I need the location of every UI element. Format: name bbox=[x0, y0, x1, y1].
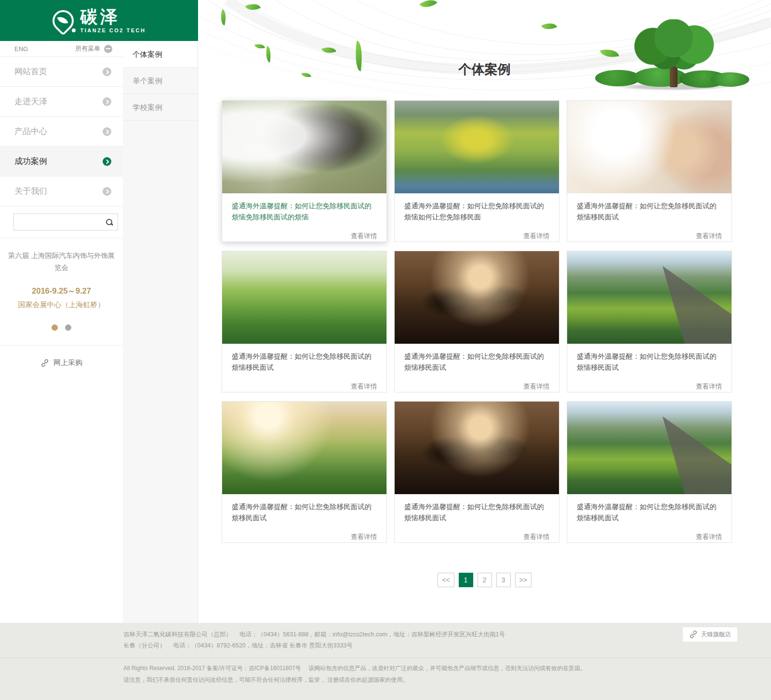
carousel-dot-1[interactable] bbox=[52, 324, 58, 331]
event-date: 2016-9.25～9.27 bbox=[7, 286, 116, 296]
case-card[interactable]: 盛通海外温馨提醒：如何让您免除移民面试的烦恼移民面试 查看详情 bbox=[567, 251, 732, 392]
chevron-right-icon bbox=[103, 97, 111, 106]
sidebar-item-products[interactable]: 产品中心 bbox=[0, 117, 123, 147]
chain-link-icon bbox=[689, 630, 698, 639]
search-input[interactable] bbox=[18, 218, 106, 226]
view-details-link[interactable]: 查看详情 bbox=[232, 382, 377, 391]
case-card-image[interactable] bbox=[567, 402, 731, 494]
case-card-title[interactable]: 盛通海外温馨提醒：如何让您免除移民面试的烦恼移民面试 bbox=[404, 501, 549, 524]
view-details-link[interactable]: 查看详情 bbox=[404, 232, 549, 241]
case-card-image[interactable] bbox=[222, 402, 386, 494]
tmall-store-label: 天猫旗舰店 bbox=[701, 631, 731, 639]
carousel-dot-2[interactable] bbox=[65, 324, 71, 331]
case-card-grid: 盛通海外温馨提醒：如何让您免除移民面试的烦恼免除移民面试的烦恼 查看详情 盛通海… bbox=[222, 100, 732, 543]
submenu: 个体案例 单个案例 学校案例 bbox=[123, 41, 198, 623]
online-purchase-label: 网上采购 bbox=[53, 358, 82, 367]
case-card[interactable]: 盛通海外温馨提醒：如何让您免除移民面试的烦恼移民面试 查看详情 bbox=[567, 100, 732, 242]
page-footer: 吉林天泽二氧化碳科技有限公司（总部） 电话：（0434）5631-888，邮箱：… bbox=[0, 623, 771, 700]
case-card-title[interactable]: 盛通海外温馨提醒：如何让您免除移民面试的烦移民面试 bbox=[232, 501, 377, 524]
pagination-next-button[interactable]: >> bbox=[515, 573, 532, 587]
view-details-link[interactable]: 查看详情 bbox=[232, 533, 377, 541]
tree-decoration bbox=[622, 19, 725, 92]
view-details-link[interactable]: 查看详情 bbox=[404, 533, 549, 541]
case-card[interactable]: 盛通海外温馨提醒：如何让您免除移民面试的烦恼移民面试 查看详情 bbox=[567, 401, 732, 543]
sidebar-item-home[interactable]: 网站首页 bbox=[0, 57, 123, 87]
sidebar: ENG 所有菜单 网站首页 走进天泽 产品中心 成功案例 关于我们 第六届 上海… bbox=[0, 41, 123, 380]
pagination: << 1 2 3 >> bbox=[198, 573, 771, 587]
view-details-link[interactable]: 查看详情 bbox=[577, 533, 722, 541]
page-banner: 个体案例 bbox=[198, 0, 771, 96]
collapse-menu-icon[interactable] bbox=[104, 45, 112, 53]
chevron-right-icon bbox=[103, 127, 111, 136]
sidebar-item-label: 走进天泽 bbox=[14, 96, 47, 107]
sidebar-item-about-us[interactable]: 关于我们 bbox=[0, 176, 123, 206]
case-card[interactable]: 盛通海外温馨提醒：如何让您免除移民面试的烦恼免除移民面试的烦恼 查看详情 bbox=[222, 100, 387, 242]
case-card-title[interactable]: 盛通海外温馨提醒：如何让您免除移民面试的烦恼免除移民面试的烦恼 bbox=[232, 201, 377, 223]
case-card[interactable]: 盛通海外温馨提醒：如何让您免除移民面试的烦移民面试 查看详情 bbox=[222, 401, 387, 543]
case-card-title[interactable]: 盛通海外温馨提醒：如何让您免除移民面试的烦恼移民面试 bbox=[577, 501, 722, 524]
chevron-right-icon bbox=[103, 157, 111, 166]
language-switch[interactable]: ENG bbox=[14, 45, 28, 53]
event-carousel: 第六届 上海国际汽车内饰与外饰展览会 2016-9.25～9.27 国家会展中心… bbox=[0, 238, 123, 346]
footer-company-hq: 吉林天泽二氧化碳科技有限公司（总部） 电话：（0434）5631-888，邮箱：… bbox=[123, 629, 607, 640]
chevron-right-icon bbox=[103, 67, 111, 76]
submenu-item-single-cases[interactable]: 单个案例 bbox=[123, 67, 198, 94]
case-card-image[interactable] bbox=[567, 101, 731, 193]
all-menu-label: 所有菜单 bbox=[75, 44, 100, 53]
sidebar-item-label: 网站首页 bbox=[14, 66, 47, 77]
case-card[interactable]: 盛通海外温馨提醒：如何让您免除移民面试的烦恼移民面试 查看详情 bbox=[394, 251, 559, 392]
case-card-image[interactable] bbox=[222, 251, 386, 344]
search-row bbox=[0, 206, 123, 238]
case-card-title[interactable]: 盛通海外温馨提醒：如何让您免除移民面试的烦恼移民面试 bbox=[577, 201, 722, 223]
carousel-dots bbox=[7, 324, 116, 333]
case-card-title[interactable]: 盛通海外温馨提醒：如何让您免除移民面试的烦恼如何让您免除移民面 bbox=[404, 201, 549, 223]
case-card[interactable]: 盛通海外温馨提醒：如何让您免除移民面试的烦恼如何让您免除移民面 查看详情 bbox=[394, 100, 559, 242]
chevron-right-icon bbox=[103, 187, 111, 196]
logo-dot-shape bbox=[72, 28, 76, 32]
footer-copyright: All Rights Reserved. 2016-2017 备案/许可证号：吉… bbox=[123, 663, 684, 674]
pagination-prev-button[interactable]: << bbox=[438, 573, 454, 587]
online-purchase-link[interactable]: 网上采购 bbox=[0, 346, 123, 380]
submenu-item-individual-cases[interactable]: 个体案例 bbox=[123, 41, 198, 67]
event-title: 第六届 上海国际汽车内饰与外饰展览会 bbox=[7, 250, 116, 274]
search-icon[interactable] bbox=[106, 218, 113, 226]
case-card-image[interactable] bbox=[395, 251, 559, 344]
case-card[interactable]: 盛通海外温馨提醒：如何让您免除移民面试的烦恼移民面试 查看详情 bbox=[222, 251, 387, 392]
case-card-image[interactable] bbox=[395, 402, 559, 494]
view-details-link[interactable]: 查看详情 bbox=[577, 232, 722, 241]
case-card-image[interactable] bbox=[395, 101, 559, 193]
sidebar-item-label: 成功案例 bbox=[14, 156, 47, 167]
brand-name-cn: 碳泽 bbox=[80, 8, 146, 26]
sidebar-utility-row: ENG 所有菜单 bbox=[0, 41, 123, 57]
submenu-item-school-cases[interactable]: 学校案例 bbox=[123, 94, 198, 121]
event-venue: 国家会展中心（上海虹桥） bbox=[7, 300, 116, 310]
brand-name-en: TIANZE CO2 TECH bbox=[80, 27, 146, 33]
case-card-image[interactable] bbox=[567, 251, 731, 344]
pagination-page-1[interactable]: 1 bbox=[459, 573, 473, 587]
search-box bbox=[13, 214, 118, 230]
sidebar-item-success-cases[interactable]: 成功案例 bbox=[0, 147, 123, 176]
sidebar-item-label: 产品中心 bbox=[14, 126, 47, 137]
case-card-title[interactable]: 盛通海外温馨提醒：如何让您免除移民面试的烦恼移民面试 bbox=[404, 351, 549, 374]
brand-logo-icon bbox=[53, 10, 74, 31]
view-details-link[interactable]: 查看详情 bbox=[577, 382, 722, 391]
footer-disclaimer: 请注意，我们不承担任何责任访问这些信息，可能不符合任何法律程序，监管， 注册或在… bbox=[123, 674, 684, 686]
sidebar-item-about-tianze[interactable]: 走进天泽 bbox=[0, 87, 123, 117]
pagination-page-3[interactable]: 3 bbox=[496, 573, 511, 587]
pagination-page-2[interactable]: 2 bbox=[478, 573, 492, 587]
case-card-title[interactable]: 盛通海外温馨提醒：如何让您免除移民面试的烦恼移民面试 bbox=[232, 351, 377, 374]
tmall-store-button[interactable]: 天猫旗舰店 bbox=[683, 627, 738, 642]
footer-company-branch: 长春（分公司） 电话：（0434）8792-6520，地址：吉林省 长春市 景阳… bbox=[123, 640, 607, 651]
case-card-title[interactable]: 盛通海外温馨提醒：如何让您免除移民面试的烦恼移民面试 bbox=[577, 351, 722, 374]
case-card[interactable]: 盛通海外温馨提醒：如何让您免除移民面试的烦恼移民面试 查看详情 bbox=[394, 401, 559, 543]
chain-link-icon bbox=[40, 359, 49, 367]
case-card-image[interactable] bbox=[222, 101, 386, 193]
main-content: 个体案例 盛通海外温馨提醒：如何让您免除移民面试的烦恼免除移民面试的烦恼 查看详… bbox=[198, 0, 771, 623]
view-details-link[interactable]: 查看详情 bbox=[404, 382, 549, 391]
view-details-link[interactable]: 查看详情 bbox=[232, 232, 377, 241]
brand-wordmark: 碳泽 TIANZE CO2 TECH bbox=[80, 8, 146, 33]
page-title: 个体案例 bbox=[198, 61, 771, 78]
sidebar-item-label: 关于我们 bbox=[14, 186, 47, 197]
brand-header: 碳泽 TIANZE CO2 TECH bbox=[0, 0, 198, 41]
